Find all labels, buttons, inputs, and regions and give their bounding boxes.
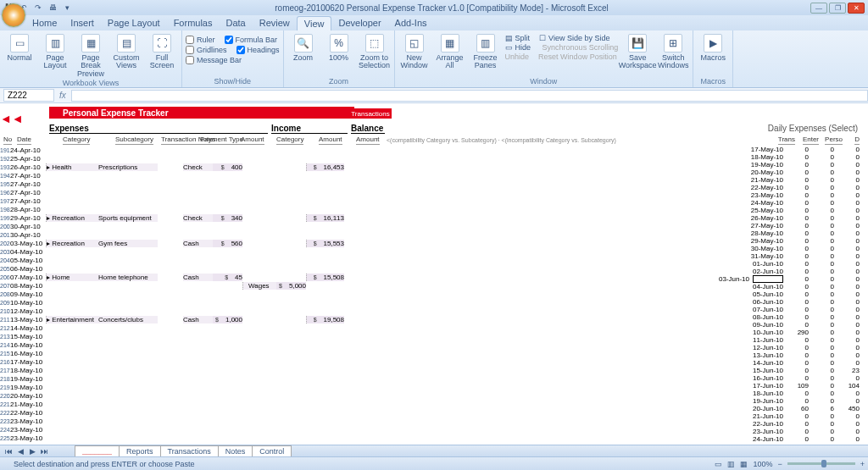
- table-row[interactable]: 20130-Apr-10: [0, 230, 344, 239]
- message-bar-checkbox[interactable]: [186, 56, 194, 64]
- custom-views-button[interactable]: ▤Custom Views: [110, 32, 142, 70]
- new-window-button[interactable]: ◱New Window: [398, 32, 431, 70]
- save-workspace-button[interactable]: 💾Save Workspace: [621, 32, 654, 70]
- table-row[interactable]: 22222-May-10: [0, 408, 344, 417]
- switch-windows-button[interactable]: ⊞Switch Windows: [657, 32, 689, 70]
- table-row[interactable]: 19225-Apr-10: [0, 154, 344, 163]
- office-button[interactable]: [2, 3, 25, 27]
- side-by-side-button[interactable]: ☐: [539, 34, 546, 42]
- table-row[interactable]: 21819-May-10: [0, 374, 344, 383]
- formula-input[interactable]: [71, 90, 868, 102]
- table-row[interactable]: 20405-May-10: [0, 256, 344, 264]
- tab-formulas[interactable]: Formulas: [167, 16, 220, 30]
- table-row[interactable]: 22121-May-10: [0, 400, 344, 408]
- formula-bar-checkbox[interactable]: [225, 36, 233, 44]
- collapse-arrow-icon[interactable]: ◄◄: [0, 112, 24, 125]
- grid-body[interactable]: 19124-Apr-1019225-Apr-1019326-Apr-10▸ He…: [0, 146, 868, 453]
- print-icon[interactable]: 🖶: [47, 2, 58, 14]
- tab-view[interactable]: View: [297, 16, 332, 30]
- view-normal-icon[interactable]: ▭: [715, 460, 722, 468]
- zoom-in-button[interactable]: +: [860, 460, 865, 468]
- zoom-slider[interactable]: [787, 462, 855, 465]
- tab-home[interactable]: Home: [25, 16, 64, 30]
- tab-insert[interactable]: Insert: [64, 16, 101, 30]
- view-break-icon[interactable]: ▦: [740, 460, 748, 468]
- table-row[interactable]: 19929-Apr-10▸ RecreationSports equipment…: [0, 213, 344, 222]
- gridlines-checkbox[interactable]: [186, 46, 194, 54]
- table-row[interactable]: 21919-May-10: [0, 383, 344, 391]
- zoom-button[interactable]: 🔍Zoom: [287, 32, 320, 62]
- qat-more-icon[interactable]: ▾: [61, 2, 73, 14]
- table-row[interactable]: 20708-May-10Wages$5,000: [0, 281, 344, 290]
- table-row[interactable]: 22523-May-10: [0, 434, 344, 442]
- table-row[interactable]: 20910-May-10: [0, 298, 344, 307]
- table-row[interactable]: 22323-May-10: [0, 417, 344, 425]
- close-button[interactable]: ✕: [848, 3, 865, 14]
- tab-data[interactable]: Data: [219, 16, 252, 30]
- sheet-tab-notes[interactable]: Notes: [218, 445, 253, 456]
- table-row[interactable]: 22423-May-10: [0, 425, 344, 434]
- minimize-button[interactable]: —: [810, 3, 827, 14]
- table-row[interactable]: 19527-Apr-10: [0, 180, 344, 188]
- sheet-nav[interactable]: ⏮◀▶⏭: [3, 447, 49, 456]
- tab-review[interactable]: Review: [253, 16, 297, 30]
- macros-button[interactable]: ▶Macros: [697, 32, 729, 62]
- table-row[interactable]: 20506-May-10: [0, 264, 344, 273]
- table-row[interactable]: 19326-Apr-10▸ HealthPrescriptionsCheck$4…: [0, 163, 344, 171]
- split-button[interactable]: ▤: [505, 34, 513, 42]
- sheet-tabs: _______ReportsTransactionsNotesControl: [75, 445, 291, 456]
- table-row[interactable]: 20304-May-10: [0, 247, 344, 256]
- table-row[interactable]: 21214-May-10: [0, 323, 344, 332]
- new-window-icon: ◱: [405, 34, 424, 53]
- name-box[interactable]: Z222: [3, 89, 54, 102]
- freeze-panes-button[interactable]: ▥Freeze Panes: [470, 32, 502, 70]
- table-row[interactable]: 19727-Apr-10: [0, 196, 344, 205]
- worksheet[interactable]: ◄◄ Personal Expense Tracker Transactions…: [0, 103, 868, 453]
- table-row[interactable]: 20607-May-10▸ HomeHome telephoneCash$45$…: [0, 273, 344, 281]
- ruler-checkbox[interactable]: [186, 36, 194, 44]
- table-row[interactable]: 19427-Apr-10: [0, 171, 344, 180]
- full-screen-button[interactable]: ⛶Full Screen: [146, 32, 178, 70]
- hide-button[interactable]: ▭: [505, 43, 513, 52]
- active-cell[interactable]: [753, 275, 783, 283]
- table-row[interactable]: 21416-May-10: [0, 340, 344, 349]
- tab-add-ins[interactable]: Add-Ins: [388, 16, 434, 30]
- table-row[interactable]: 21012-May-10: [0, 307, 344, 315]
- zoom-value: 100%: [753, 460, 772, 468]
- fx-icon[interactable]: fx: [54, 91, 71, 100]
- table-row[interactable]: 21516-May-10: [0, 349, 344, 357]
- sheet-tab-_______[interactable]: _______: [75, 445, 120, 456]
- table-row[interactable]: 22020-May-10: [0, 391, 344, 400]
- transactions-tab[interactable]: Transactions: [349, 108, 392, 119]
- table-row[interactable]: 21113-May-10▸ EntertainmentConcerts/club…: [0, 315, 344, 323]
- zoom-100-button[interactable]: %100%: [323, 32, 355, 62]
- table-row[interactable]: 20030-Apr-10: [0, 222, 344, 230]
- table-row[interactable]: 20809-May-10: [0, 290, 344, 298]
- table-row[interactable]: 19124-Apr-10: [0, 146, 344, 154]
- sheet-tab-control[interactable]: Control: [252, 445, 292, 456]
- page-layout-button[interactable]: ▥Page Layout: [39, 32, 71, 70]
- table-row[interactable]: 19828-Apr-10: [0, 205, 344, 213]
- zoom-out-button[interactable]: −: [777, 460, 782, 468]
- sheet-tab-reports[interactable]: Reports: [119, 445, 161, 456]
- view-layout-icon[interactable]: ▥: [727, 460, 735, 468]
- tab-page-layout[interactable]: Page Layout: [101, 16, 167, 30]
- maximize-button[interactable]: ❐: [829, 3, 846, 14]
- redo-icon[interactable]: ↷: [32, 2, 44, 14]
- headings-checkbox[interactable]: [236, 46, 245, 54]
- tab-developer[interactable]: Developer: [331, 16, 387, 30]
- arrange-icon: ▦: [441, 34, 459, 53]
- group-show-hide: Ruler Formula Bar Gridlines Headings Mes…: [182, 30, 284, 87]
- table-row[interactable]: 21718-May-10: [0, 366, 344, 374]
- table-row[interactable]: 21617-May-10: [0, 357, 344, 366]
- sheet-tab-transactions[interactable]: Transactions: [160, 445, 219, 456]
- ribbon-tabs: HomeInsertPage LayoutFormulasDataReviewV…: [0, 15, 868, 30]
- arrange-all-button[interactable]: ▦Arrange All: [434, 32, 466, 70]
- daily-expenses-header: Daily Expenses (Select): [768, 124, 858, 133]
- table-row[interactable]: 19627-Apr-10: [0, 188, 344, 196]
- table-row[interactable]: 20203-May-10▸ RecreationGym feesCash$560…: [0, 239, 344, 247]
- normal-view-button[interactable]: ▭Normal: [3, 32, 36, 62]
- table-row[interactable]: 21315-May-10: [0, 332, 344, 340]
- page-break-button[interactable]: ▦Page Break Preview: [75, 32, 107, 78]
- zoom-selection-button[interactable]: ⬚Zoom to Selection: [359, 32, 391, 70]
